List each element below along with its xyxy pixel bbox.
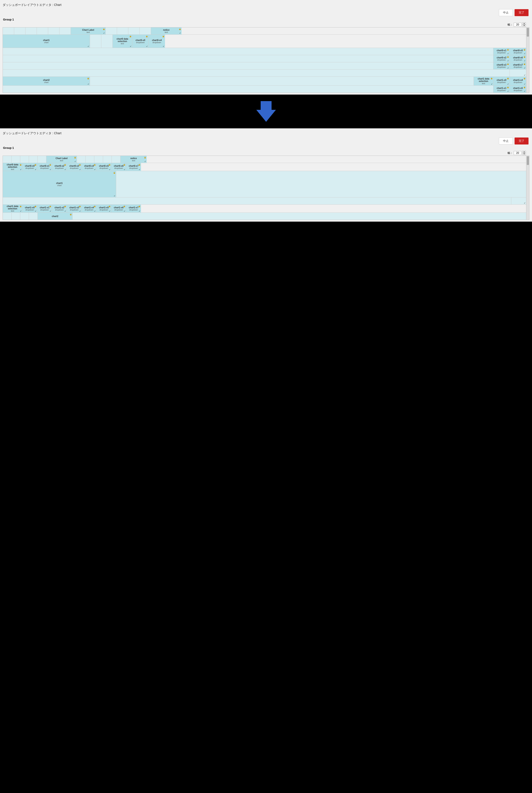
bot-chart0-s1-cell[interactable]: 🔒 chart0-s1 dropdown ↙ bbox=[37, 163, 52, 171]
resize-icon: ↙ bbox=[524, 52, 526, 55]
width-up-2[interactable]: ▲ bbox=[522, 151, 526, 153]
lock-icon: 🔒 bbox=[113, 172, 115, 174]
lock-icon: 🔒 bbox=[49, 163, 52, 166]
bot-chart1-s1-cell[interactable]: 🔒 chart1-s1 dropdown ↙ bbox=[37, 205, 52, 212]
width-input-2[interactable] bbox=[514, 151, 521, 155]
width-stepper[interactable]: ▲ ▼ bbox=[522, 22, 526, 27]
app-title: ダッシュボードレイアウトエディタ : Chart bbox=[3, 3, 61, 6]
arrow-body bbox=[261, 101, 271, 110]
lock-icon: 🔒 bbox=[34, 205, 37, 207]
chart1-s0-label: chart1-s0 bbox=[497, 79, 506, 81]
cell-empty bbox=[12, 156, 20, 163]
lock-icon: 🔒 bbox=[64, 163, 66, 166]
cell-resize-empty: ↙ bbox=[510, 70, 526, 77]
cell-empty bbox=[3, 85, 493, 93]
bot-chart1-s0-cell[interactable]: 🔒 chart1-s0 dropdown ↙ bbox=[22, 205, 37, 212]
bot-chart1-s6-label: chart1-s6 bbox=[114, 206, 124, 209]
bot-chart1-s6-cell[interactable]: 🔒 chart1-s6 dropdown ↙ bbox=[111, 205, 126, 212]
bottom-grid: 🔒 Chart Label text ↙ 🔒 notice text ↙ bbox=[3, 156, 529, 220]
chart0-s1-cell[interactable]: 🔒 chart0-s1 dropdown ↙ bbox=[493, 48, 510, 55]
resize-icon: ↙ bbox=[94, 210, 96, 212]
chart2-cell[interactable]: 🔒 chart2 chart ↙ bbox=[3, 77, 90, 85]
chart0-s4-cell[interactable]: 🔒 chart0-s4 dropdown ↙ bbox=[149, 35, 165, 48]
cell-empty bbox=[3, 197, 511, 205]
bot-chart1-s7-label: chart1-s7 bbox=[129, 206, 138, 209]
chart1-s4-cell[interactable]: 🔒 chart1-s4 dropdown ↙ bbox=[510, 77, 526, 85]
bot-chart0-s5-cell[interactable]: 🔒 chart0-s5 dropdown ↙ bbox=[97, 163, 111, 171]
bot-chart0-s2-cell[interactable]: 🔒 chart0-s2 dropdown ↙ bbox=[52, 163, 67, 171]
width-input[interactable] bbox=[514, 23, 521, 26]
resize-icon: ↙ bbox=[79, 168, 81, 170]
lock-icon: 🔒 bbox=[138, 205, 140, 207]
bot-chart0-s7-label: chart0-s7 bbox=[129, 165, 138, 167]
chart0-s3-cell[interactable]: 🔒 chart0-s3 dropdown ↙ bbox=[493, 62, 510, 69]
cell-empty bbox=[117, 27, 128, 35]
cell-empty bbox=[3, 70, 510, 77]
chart-label-cell[interactable]: 🔒 Chart Label text ↙ bbox=[71, 27, 106, 35]
done-button[interactable]: 完了 bbox=[515, 9, 529, 16]
width-label: 幅： bbox=[508, 23, 513, 26]
resize-icon: ↙ bbox=[146, 45, 148, 47]
chart0-s2-label: chart0-s2 bbox=[497, 56, 506, 59]
resize-icon: ↙ bbox=[524, 67, 526, 69]
chart1-s1-cell[interactable]: 🔒 chart1-s1 dropdown ↙ bbox=[493, 85, 510, 93]
lock-icon: 🔒 bbox=[507, 77, 509, 79]
chart0-s6-cell[interactable]: 🔒 chart0-s6 dropdown ↙ bbox=[510, 55, 526, 62]
chart1-s5-cell[interactable]: 🔒 chart1-s5 dropdown ↙ bbox=[510, 85, 526, 93]
cell-empty bbox=[140, 27, 151, 35]
bot-chart1-s3-cell[interactable]: 🔒 chart1-s3 dropdown ↙ bbox=[67, 205, 82, 212]
done-button-2[interactable]: 完了 bbox=[515, 137, 529, 144]
width-down-2[interactable]: ▼ bbox=[522, 153, 526, 155]
top-grid: 🔒 Chart Label text ↙ 🔒 notice text ↙ bbox=[3, 27, 529, 93]
chart0-data-sel-cell[interactable]: 🔒 chart0 data selection text ↙ bbox=[113, 35, 132, 48]
bot-chart0-s6-cell[interactable]: 🔒 chart0-s6 dropdown ↙ bbox=[111, 163, 126, 171]
chart0-s2-cell[interactable]: 🔒 chart0-s2 dropdown ↙ bbox=[493, 55, 510, 62]
bot-chart0-s7-cell[interactable]: 🔒 chart0-s7 dropdown ↙ bbox=[126, 163, 141, 171]
bot-row-chart0-data: 🔒 chart0 data selection text ↙ 🔒 chart0-… bbox=[3, 163, 526, 171]
chart0-s7-cell[interactable]: 🔒 chart0-s7 dropdown ↙ bbox=[510, 62, 526, 69]
cell-empty bbox=[3, 48, 493, 55]
bot-chart1-cell[interactable]: 🔒 chart1 chart ↙ bbox=[3, 171, 116, 197]
width-up[interactable]: ▲ bbox=[522, 22, 526, 25]
bot-chart0-s4-cell[interactable]: 🔒 chart0-s4 dropdown ↙ bbox=[82, 163, 97, 171]
bot-chart1-s2-cell[interactable]: 🔒 chart1-s2 dropdown ↙ bbox=[52, 205, 67, 212]
notice-cell[interactable]: 🔒 notice text ↙ bbox=[151, 27, 182, 35]
bot-chart1-s5-type: dropdown bbox=[100, 209, 108, 211]
width-stepper-2[interactable]: ▲ ▼ bbox=[522, 151, 526, 155]
chart1-s0-cell[interactable]: 🔒 chart1-s0 dropdown ↙ bbox=[493, 77, 510, 85]
bot-chart0-s0-cell[interactable]: 🔒 chart0-s0 dropdown ↙ bbox=[22, 163, 37, 171]
bot-chart1-ds-cell[interactable]: 🔒 chart1 data selection text ↙ bbox=[3, 205, 22, 212]
bot-chart1-s4-cell[interactable]: 🔒 chart1-s4 dropdown ↙ bbox=[82, 205, 97, 212]
chart0-s5-cell[interactable]: 🔒 chart0-s5 dropdown ↙ bbox=[510, 48, 526, 55]
cell-empty bbox=[29, 156, 38, 163]
scrollbar-2[interactable] bbox=[526, 156, 529, 220]
cancel-button-2[interactable]: 中止 bbox=[499, 137, 513, 144]
cell-empty bbox=[116, 171, 526, 197]
cancel-button[interactable]: 中止 bbox=[499, 9, 513, 16]
lock-icon: 🔒 bbox=[162, 35, 165, 37]
chart1-cell[interactable]: chart1 chart ↙ bbox=[3, 35, 90, 48]
chart1-data-sel-cell[interactable]: 🔒 chart1 data selection text ↙ bbox=[474, 77, 493, 85]
resize-icon: ↙ bbox=[139, 168, 140, 170]
scrollbar[interactable] bbox=[526, 27, 529, 93]
bot-notice-cell[interactable]: 🔒 notice text ↙ bbox=[120, 156, 147, 163]
bot-chart0-ds-cell[interactable]: 🔒 chart0 data selection text ↙ bbox=[3, 163, 22, 171]
bot-chart-label-cell[interactable]: 🔒 Chart Label text ↙ bbox=[46, 156, 77, 163]
bot-chart1-s4-type: dropdown bbox=[85, 209, 94, 211]
resize-icon: ↙ bbox=[50, 168, 52, 170]
bot-chart1-s7-cell[interactable]: 🔒 chart1-s7 dropdown ↙ bbox=[126, 205, 141, 212]
width-down[interactable]: ▼ bbox=[522, 25, 526, 27]
chart1-s4-type: dropdown bbox=[514, 81, 522, 83]
resize-icon: ↙ bbox=[139, 210, 140, 212]
lock-icon: 🔒 bbox=[79, 163, 81, 166]
chart2-type: chart bbox=[44, 81, 49, 83]
bot-chart1-s5-cell[interactable]: 🔒 chart1-s5 dropdown ↙ bbox=[97, 205, 111, 212]
bot-chart2-cell[interactable]: 🔒 chart2 bbox=[38, 213, 73, 220]
cell-empty bbox=[103, 156, 112, 163]
chart0-s0-cell[interactable]: 🔒 chart0-s0 dropdown ↙ bbox=[132, 35, 149, 48]
bot-chart0-s3-cell[interactable]: 🔒 chart0-s3 dropdown ↙ bbox=[67, 163, 82, 171]
cell-empty bbox=[3, 156, 12, 163]
bot-notice-type: text bbox=[132, 159, 135, 162]
bot-row-chart2: 🔒 chart2 bbox=[3, 213, 526, 220]
bot-chart0-s2-type: dropdown bbox=[55, 167, 64, 169]
